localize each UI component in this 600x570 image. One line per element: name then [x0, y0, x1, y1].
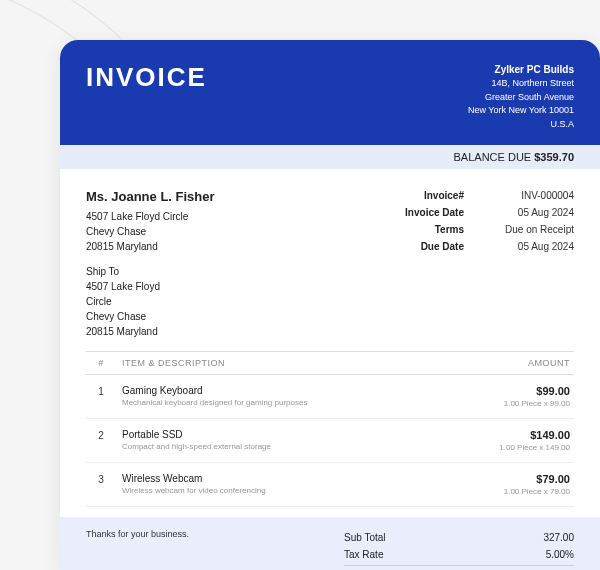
bill-to-block: Ms. Joanne L. Fisher 4507 Lake Floyd Cir…	[86, 187, 215, 254]
item-unit: 1.00 Piece x 99.00	[454, 399, 570, 408]
company-line: Greater South Avenue	[468, 91, 574, 105]
ship-to-block: Ship To 4507 Lake Floyd Circle Chevy Cha…	[86, 264, 215, 339]
subtotal-label: Sub Total	[344, 532, 386, 543]
document-title: INVOICE	[86, 62, 207, 93]
invoice-due-date: 05 Aug 2024	[484, 238, 574, 255]
invoice-header: INVOICE Zylker PC Builds 14B, Northern S…	[60, 40, 600, 145]
meta-label: Invoice#	[384, 187, 464, 204]
item-unit: 1.00 Piece x 149.00	[454, 443, 570, 452]
balance-due-label: BALANCE DUE	[454, 151, 532, 163]
invoice-number: INV-000004	[484, 187, 574, 204]
bill-to-line: 4507 Lake Floyd Circle	[86, 209, 215, 224]
company-line: New York New York 10001	[468, 104, 574, 118]
line-item: 3 Wireless Webcam Wireless webcam for vi…	[86, 463, 574, 507]
item-title: Wireless Webcam	[122, 473, 454, 484]
col-header-desc: ITEM & DESCRIPTION	[116, 358, 454, 368]
item-title: Gaming Keyboard	[122, 385, 454, 396]
invoice-date: 05 Aug 2024	[484, 204, 574, 221]
item-price: $79.00	[454, 473, 570, 485]
meta-label: Due Date	[384, 238, 464, 255]
line-item: 2 Portable SSD Compact and high-speed ex…	[86, 419, 574, 463]
balance-due-value: $359.70	[534, 151, 574, 163]
item-price: $99.00	[454, 385, 570, 397]
item-description: Wireless webcam for video conferencing	[122, 486, 454, 495]
item-description: Compact and high-speed external storage	[122, 442, 454, 451]
totals-block: Thanks for your business. Sub Total327.0…	[60, 517, 600, 571]
bill-to-line: Chevy Chase	[86, 224, 215, 239]
item-unit: 1.00 Piece x 79.00	[454, 487, 570, 496]
taxrate-value: 5.00%	[546, 549, 574, 560]
invoice-body: Ms. Joanne L. Fisher 4507 Lake Floyd Cir…	[60, 169, 600, 570]
thanks-message: Thanks for your business.	[86, 529, 189, 571]
item-number: 2	[86, 429, 116, 452]
invoice-meta: Invoice#INV-000004 Invoice Date05 Aug 20…	[384, 187, 574, 339]
company-name: Zylker PC Builds	[468, 62, 574, 77]
ship-to-line: 20815 Maryland	[86, 324, 215, 339]
ship-to-line: Circle	[86, 294, 215, 309]
col-header-num: #	[86, 358, 116, 368]
items-table-header: # ITEM & DESCRIPTION AMOUNT	[86, 351, 574, 375]
bill-to-line: 20815 Maryland	[86, 239, 215, 254]
company-address: Zylker PC Builds 14B, Northern Street Gr…	[468, 62, 574, 131]
balance-due-bar: BALANCE DUE $359.70	[60, 145, 600, 169]
invoice-terms: Due on Receipt	[484, 221, 574, 238]
item-title: Portable SSD	[122, 429, 454, 440]
customer-name: Ms. Joanne L. Fisher	[86, 187, 215, 207]
ship-to-label: Ship To	[86, 264, 215, 279]
meta-label: Terms	[384, 221, 464, 238]
item-number: 3	[86, 473, 116, 496]
item-description: Mechanical keyboard designed for gaming …	[122, 398, 454, 407]
col-header-amount: AMOUNT	[454, 358, 574, 368]
item-price: $149.00	[454, 429, 570, 441]
meta-label: Invoice Date	[384, 204, 464, 221]
line-item: 1 Gaming Keyboard Mechanical keyboard de…	[86, 375, 574, 419]
ship-to-line: Chevy Chase	[86, 309, 215, 324]
taxrate-label: Tax Rate	[344, 549, 383, 560]
item-number: 1	[86, 385, 116, 408]
company-line: U.S.A	[468, 118, 574, 132]
company-line: 14B, Northern Street	[468, 77, 574, 91]
subtotal-value: 327.00	[543, 532, 574, 543]
invoice-document: INVOICE Zylker PC Builds 14B, Northern S…	[60, 40, 600, 570]
ship-to-line: 4507 Lake Floyd	[86, 279, 215, 294]
